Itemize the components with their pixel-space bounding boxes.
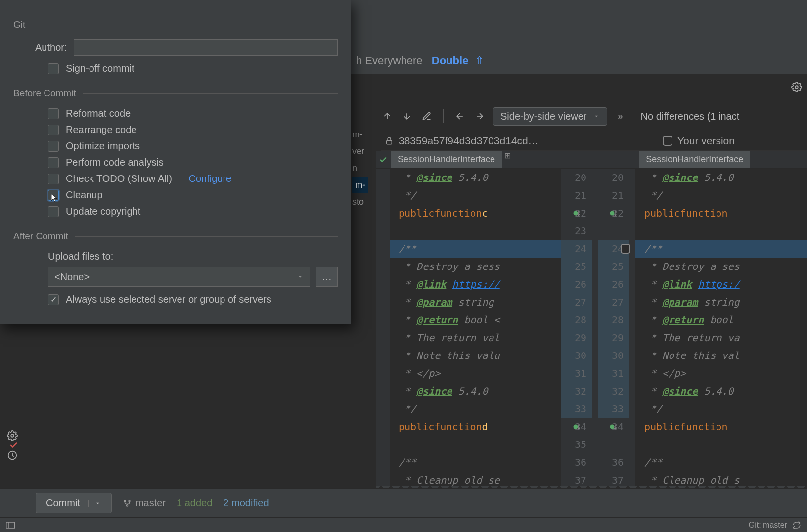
optimize-checkbox[interactable] [48, 141, 59, 152]
upload-label: Upload files to: [48, 251, 338, 262]
sync-icon[interactable] [792, 521, 801, 530]
copyright-checkbox[interactable] [48, 206, 59, 217]
always-use-checkbox[interactable] [48, 294, 59, 305]
diff-toolbar: Side-by-side viewer » No differences (1 … [381, 104, 807, 129]
tab-left[interactable]: SessionHandlerInterface [391, 151, 502, 168]
svg-point-10 [126, 505, 128, 506]
lock-icon [385, 136, 394, 145]
arrow-left-icon[interactable] [453, 110, 466, 123]
history-icon[interactable] [7, 450, 18, 461]
arrow-right-icon[interactable] [473, 110, 486, 123]
branch-indicator[interactable]: master [123, 497, 166, 509]
git-branch-status[interactable]: Git: master [749, 521, 787, 530]
arrow-down-icon[interactable] [401, 110, 413, 123]
edit-icon[interactable] [420, 110, 433, 123]
analysis-checkbox[interactable] [48, 157, 59, 168]
todo-checkbox[interactable] [48, 174, 59, 184]
gutter-right: 20212224252627282930313233343637 [598, 169, 635, 492]
svg-rect-11 [6, 522, 15, 528]
svg-point-0 [795, 86, 798, 89]
author-label: Author: [35, 42, 67, 53]
fold-icon[interactable]: ⊞ [502, 151, 513, 168]
gear-icon[interactable] [791, 82, 802, 92]
settings-icon[interactable] [7, 430, 18, 441]
configure-link[interactable]: Configure [188, 173, 231, 184]
diff-body: * @since 5.4.0 */public function c/** * … [376, 169, 807, 492]
status-bar: Git: master [0, 517, 807, 532]
version-checkbox[interactable] [663, 136, 672, 146]
rearrange-checkbox[interactable] [48, 125, 59, 135]
view-mode-select[interactable]: Side-by-side viewer [493, 107, 607, 126]
upload-target-select[interactable]: <None> [48, 267, 310, 287]
bg-fragment: m- ver n m- sto [352, 126, 368, 210]
svg-point-6 [11, 434, 14, 437]
expand-icon[interactable]: » [614, 110, 627, 123]
tab-right[interactable]: SessionHandlerInterface [639, 151, 750, 168]
svg-rect-1 [387, 140, 392, 144]
commit-options-popup: Git Author: Sign-off commit Before Commi… [0, 0, 351, 324]
cleanup-checkbox[interactable] [48, 190, 59, 201]
svg-point-4 [574, 211, 578, 216]
tab-strip: SessionHandlerInterface ⊞ SessionHandler… [376, 151, 807, 169]
git-section-title: Git [13, 19, 25, 30]
after-commit-title: After Commit [13, 231, 68, 242]
signoff-label: Sign-off commit [66, 63, 134, 74]
diff-status: No differences (1 inact [641, 111, 740, 122]
code-pane-right[interactable]: * @since 5.4.0 */public function /** * D… [635, 169, 807, 492]
before-commit-title: Before Commit [13, 88, 76, 99]
svg-point-9 [129, 500, 130, 502]
chevron-down-icon[interactable] [88, 500, 101, 507]
svg-point-5 [574, 425, 578, 429]
author-input[interactable] [74, 39, 338, 56]
reformat-checkbox[interactable] [48, 108, 59, 119]
search-everywhere-hint: h Everywhere Double ⇧ [356, 54, 484, 67]
version-header: 38359a57f94d3d3703d14cd… Your version [381, 131, 807, 151]
check-icon [376, 151, 391, 168]
left-version-hash: 38359a57f94d3d3703d14cd… [399, 135, 538, 147]
layout-icon[interactable] [6, 522, 15, 529]
upload-browse-button[interactable]: … [316, 267, 338, 287]
arrow-up-icon[interactable] [381, 110, 394, 123]
signoff-checkbox[interactable] [48, 63, 59, 74]
right-version-label: Your version [677, 135, 735, 147]
commit-bar: Commit master 1 added 2 modified [0, 488, 807, 517]
modified-count: 2 modified [223, 497, 269, 509]
code-pane-left[interactable]: * @since 5.4.0 */public function c/** * … [390, 169, 561, 492]
svg-point-8 [124, 500, 126, 502]
added-count: 1 added [177, 497, 212, 509]
commit-button[interactable]: Commit [36, 493, 112, 513]
